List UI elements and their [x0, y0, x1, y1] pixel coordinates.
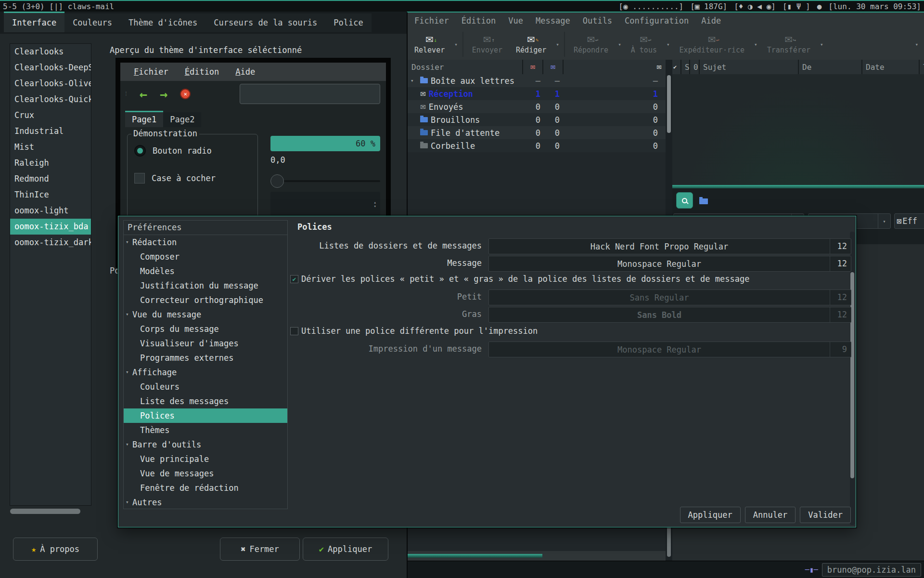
tab-page1[interactable]: Page1 [125, 111, 163, 127]
folder-row-envoyes[interactable]: ✉Envoyés 0 0 0 [408, 100, 666, 113]
column-de[interactable]: De [799, 60, 861, 74]
column-date[interactable]: Date [862, 60, 919, 74]
search-button[interactable] [676, 192, 693, 209]
preview-text-entry[interactable] [240, 84, 380, 104]
tab-curseurs[interactable]: Curseurs de la souris [205, 13, 325, 32]
menu-aide[interactable]: Aide [235, 67, 255, 77]
expediteur-dropdown[interactable]: ▾ [751, 29, 760, 60]
apply-button[interactable]: ✔ Appliquer [303, 538, 388, 561]
list-item[interactable]: ThinIce [10, 187, 91, 203]
menu-fichier[interactable]: Fichier [134, 67, 168, 77]
open-folder-icon[interactable] [699, 197, 708, 206]
menu-message[interactable]: Message [536, 16, 570, 26]
font-picker-folder-list[interactable]: Hack Nerd Font Propo Regular 12 [488, 238, 851, 254]
menu-edition[interactable]: Édition [462, 16, 496, 26]
menu-outils[interactable]: Outils [583, 16, 612, 26]
toolbar-transferer[interactable]: ✉↪ Transférer [760, 29, 817, 60]
apply-button[interactable]: Appliquer [680, 507, 741, 523]
toolbar-rediger[interactable]: ✉✎ Rédiger [509, 29, 553, 60]
toolbar-a-tous[interactable]: ✉↩ À tous [624, 29, 664, 60]
list-item[interactable]: Clearlooks-Olive [10, 76, 91, 92]
toolbar-repondre[interactable]: ✉↩ Répondre [567, 29, 615, 60]
folder-row-reception[interactable]: ✉Réception 1 1 1 [408, 87, 666, 100]
list-item[interactable]: oomox-light [10, 203, 91, 219]
a-tous-dropdown[interactable]: ▾ [664, 29, 673, 60]
menu-fichier[interactable]: Fichier [414, 16, 449, 26]
menu-aide[interactable]: Aide [701, 16, 721, 26]
expander-icon[interactable]: ▾ [411, 78, 417, 84]
checkbox-unchecked[interactable] [290, 327, 298, 335]
column-taille[interactable]: Ta [920, 60, 924, 74]
back-arrow-icon[interactable]: ← [140, 88, 147, 101]
list-item[interactable]: Crux [10, 107, 91, 123]
tree-themes[interactable]: Thèmes [124, 423, 287, 437]
column-total-icon[interactable]: ✉ [564, 60, 666, 74]
slider[interactable] [270, 174, 380, 188]
list-item[interactable]: Clearlooks-DeepSky [10, 60, 91, 76]
repondre-dropdown[interactable]: ▾ [615, 29, 624, 60]
workspace-indicator[interactable]: 5-5 (3+0) [|] claws-mail [3, 2, 114, 11]
toolbar-expediteur[interactable]: ✉↩ Expéditeur·rice [673, 29, 751, 60]
relever-dropdown[interactable]: ▾ [451, 29, 461, 60]
list-item-selected[interactable]: oomox-tizix_bda [10, 219, 91, 235]
checkbox[interactable] [134, 173, 145, 184]
list-item[interactable]: Clearlooks [10, 44, 91, 60]
list-item[interactable]: Mist [10, 139, 91, 155]
about-button[interactable]: ★ À propos [13, 538, 98, 561]
ok-button[interactable]: Valider [800, 507, 851, 523]
radio-button[interactable] [134, 145, 146, 157]
column-dossier[interactable]: Dossier [408, 60, 522, 74]
tree-vue-principale[interactable]: Vue principale [124, 452, 287, 466]
toolbar-overflow-dropdown[interactable]: ▾ [911, 29, 922, 60]
tab-interface[interactable]: Interface [4, 12, 64, 32]
menu-configuration[interactable]: Configuration [625, 16, 689, 26]
slider-handle[interactable] [270, 174, 284, 188]
list-item[interactable]: Redmond [10, 171, 91, 187]
list-item[interactable]: oomox-tizix_dark [10, 235, 91, 250]
toolbar-envoyer[interactable]: ✉↑ Envoyer [465, 29, 509, 60]
folder-row-mailbox[interactable]: ▾Boîte aux lettres – – – [408, 74, 666, 87]
online-plug-icon[interactable]: ─▮─ [805, 565, 818, 574]
tab-couleurs[interactable]: Couleurs [64, 13, 120, 32]
menu-vue[interactable]: Vue [508, 16, 523, 26]
column-mark-icon[interactable]: ✔ [672, 60, 680, 74]
tab-page2[interactable]: Page2 [163, 112, 201, 127]
menu-edition[interactable]: Édition [185, 67, 219, 77]
horizontal-scrollbar[interactable] [10, 509, 91, 514]
column-status[interactable]: S [681, 60, 689, 74]
column-unread-icon[interactable]: ✉ [543, 60, 563, 74]
tree-liste-des-messages[interactable]: Liste des messages [124, 394, 287, 408]
transferer-dropdown[interactable]: ▾ [817, 29, 826, 60]
tree-couleurs[interactable]: Couleurs [124, 380, 287, 394]
font-picker-message[interactable]: Monospace Regular 12 [488, 256, 851, 272]
tree-fenetre-redaction[interactable]: Fenêtre de rédaction [124, 481, 287, 495]
close-button[interactable]: ✖ Fermer [220, 538, 300, 561]
combo-box[interactable]: ▴▾ [270, 192, 380, 217]
tab-theme-icones[interactable]: Thème d'icônes [120, 13, 205, 32]
tree-barre-outils[interactable]: ▾Barre d'outils [124, 437, 287, 452]
toolbar-relever[interactable]: ✉↓ Relever [408, 29, 451, 60]
folder-row-brouillons[interactable]: Brouillons 0 0 0 [408, 113, 666, 126]
tree-autres[interactable]: ▾Autres [124, 495, 287, 509]
tree-header[interactable]: Préférences [124, 221, 287, 235]
tab-police[interactable]: Police [325, 13, 371, 32]
folder-scrollbar-thumb[interactable] [667, 75, 671, 133]
tree-scrollbar[interactable] [850, 232, 855, 525]
tree-corps-du-message[interactable]: Corps du message [124, 322, 287, 336]
tree-affichage[interactable]: ▾Affichage [124, 365, 287, 380]
tree-vue-de-messages[interactable]: Vue de messages [124, 466, 287, 481]
column-attachment-icon[interactable]: 0 [690, 60, 699, 74]
checkbox-checked[interactable]: ✔ [290, 275, 298, 283]
folder-row-corbeille[interactable]: Corbeille 0 0 0 [408, 139, 666, 152]
list-item[interactable]: Raleigh [10, 155, 91, 171]
list-item[interactable]: Clearlooks-Quicksilver [10, 92, 91, 107]
rediger-dropdown[interactable]: ▾ [553, 29, 562, 60]
folder-row-file-attente[interactable]: File d'attente 0 0 0 [408, 126, 666, 139]
cancel-button[interactable]: Annuler [745, 507, 796, 523]
list-item[interactable]: Industrial [10, 123, 91, 139]
clear-search-button[interactable]: ⊠ Eff [894, 213, 924, 229]
column-new-icon[interactable]: ✉ [523, 60, 542, 74]
tree-polices-selected[interactable]: Polices [124, 408, 287, 423]
column-sujet[interactable]: Sujet [700, 60, 798, 74]
forward-arrow-icon[interactable]: → [160, 88, 167, 101]
